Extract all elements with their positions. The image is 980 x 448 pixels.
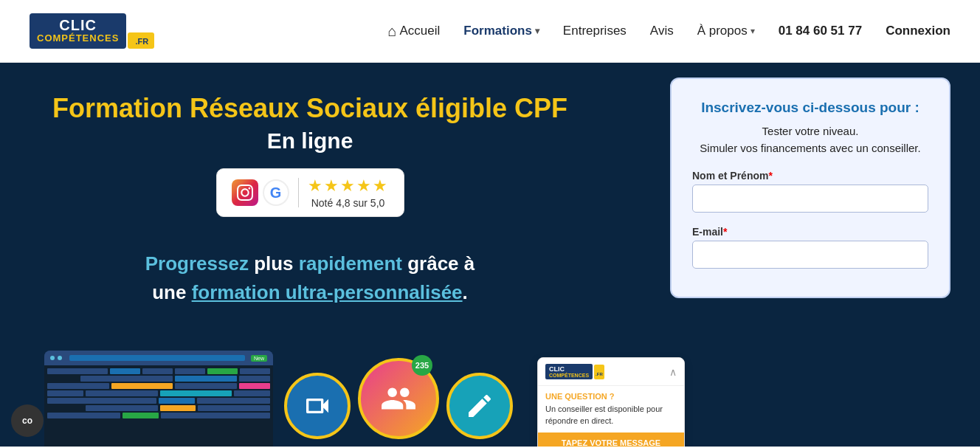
email-input[interactable] bbox=[692, 241, 928, 269]
mock-cell bbox=[80, 376, 173, 382]
mock-cell bbox=[47, 390, 83, 396]
nom-field-group: Nom et Prénom* bbox=[692, 170, 928, 223]
mock-row-3 bbox=[47, 383, 270, 389]
mock-dot-1 bbox=[50, 356, 55, 360]
mock-cell bbox=[160, 405, 196, 411]
hero-plus: plus bbox=[249, 252, 299, 275]
form-panel-desc: Tester votre niveau.Simuler vos financem… bbox=[692, 123, 928, 156]
nav-connexion[interactable]: Connexion bbox=[886, 24, 950, 38]
logo-wrapper: CLIC COMPÉTENCES .FR bbox=[30, 13, 154, 49]
chat-question: UNE QUESTION ? bbox=[545, 392, 677, 401]
hero-rapidement: rapidement bbox=[299, 252, 402, 275]
mock-row-4 bbox=[47, 390, 270, 396]
rating-icons: G bbox=[232, 179, 289, 206]
nav-entreprises[interactable]: Entreprises bbox=[563, 24, 627, 38]
hero-grace-a: grâce à bbox=[402, 252, 475, 275]
email-label: E-mail* bbox=[692, 226, 928, 238]
chat-input-bar[interactable]: TAPEZ VOTRE MESSAGE bbox=[538, 433, 684, 447]
logo-box: CLIC COMPÉTENCES bbox=[30, 13, 126, 49]
mock-cell bbox=[47, 413, 120, 418]
mock-cell bbox=[47, 383, 109, 389]
chat-header: CLIC COMPÉTENCES .FR ∧ bbox=[538, 358, 684, 386]
mock-cell bbox=[234, 390, 270, 396]
mock-cell bbox=[111, 383, 173, 389]
nav-a-propos[interactable]: À propos ▾ bbox=[697, 24, 755, 38]
chat-close-button[interactable]: ∧ bbox=[669, 366, 677, 378]
rating-stars: ★★★★★ bbox=[308, 176, 389, 196]
rating-badge: G ★★★★★ Noté 4,8 sur 5,0 bbox=[216, 168, 404, 217]
mock-cell bbox=[122, 413, 159, 418]
hero-section: Formation Réseaux Sociaux éligible CPF E… bbox=[0, 63, 980, 447]
logo-competences: COMPÉTENCES bbox=[37, 32, 119, 44]
hero-title-main: Formation Réseaux Sociaux éligible CPF bbox=[44, 92, 576, 124]
mock-url-bar bbox=[69, 355, 245, 361]
mock-row-2 bbox=[47, 376, 270, 382]
mock-cell bbox=[47, 368, 108, 374]
formations-chevron-icon: ▾ bbox=[535, 26, 539, 36]
registration-form-panel: Inscrivez-vous ci-dessous pour : Tester … bbox=[670, 77, 950, 298]
circle-icon-camera bbox=[284, 373, 351, 439]
nav-formations[interactable]: Formations ▾ bbox=[463, 24, 539, 38]
nav-a-propos-label: À propos bbox=[697, 24, 748, 38]
nom-required-marker: * bbox=[768, 170, 772, 182]
nav-formations-label: Formations bbox=[463, 24, 532, 38]
mock-cell bbox=[161, 413, 270, 418]
chat-logo-clic: CLIC bbox=[549, 365, 589, 373]
mock-cell bbox=[175, 383, 237, 389]
mock-cell bbox=[47, 376, 78, 382]
chat-logo-fr-box: .FR bbox=[594, 365, 604, 379]
main-nav: ⌂ Accueil Formations ▾ Entreprises Avis … bbox=[387, 23, 950, 40]
home-icon: ⌂ bbox=[387, 23, 396, 40]
badge-likes: 235 bbox=[412, 355, 432, 376]
mock-cell bbox=[239, 383, 270, 389]
mock-cell bbox=[142, 368, 173, 374]
hero-title-sub: En ligne bbox=[44, 128, 576, 154]
header: CLIC COMPÉTENCES .FR ⌂ Accueil Formation… bbox=[0, 0, 980, 63]
chat-body: UNE QUESTION ? Un conseiller est disponi… bbox=[538, 386, 684, 433]
mock-cell bbox=[160, 390, 232, 396]
mock-cell bbox=[110, 368, 140, 374]
mock-cell bbox=[86, 390, 158, 396]
form-panel-title: Inscrivez-vous ci-dessous pour : bbox=[692, 100, 928, 116]
instagram-icon bbox=[232, 179, 258, 206]
mock-cell bbox=[175, 368, 205, 374]
chat-logo-box: CLIC COMPÉTENCES bbox=[545, 364, 593, 379]
nom-input[interactable] bbox=[692, 185, 928, 213]
chat-logo-comp: COMPÉTENCES bbox=[549, 373, 589, 378]
mock-screen: New bbox=[44, 351, 273, 447]
mock-cell bbox=[240, 368, 270, 374]
rating-text: Noté 4,8 sur 5,0 bbox=[311, 197, 385, 209]
chat-answer: Un conseiller est disponible pour répond… bbox=[545, 404, 677, 427]
mock-cell bbox=[86, 405, 158, 411]
hero-period: . bbox=[463, 281, 468, 303]
mock-row-1 bbox=[47, 368, 270, 374]
form-desc-text: Tester votre niveau.Simuler vos financem… bbox=[700, 125, 920, 154]
mock-row-6 bbox=[47, 405, 270, 411]
chat-logo-fr: .FR bbox=[596, 372, 603, 376]
rating-right: ★★★★★ Noté 4,8 sur 5,0 bbox=[308, 176, 389, 209]
chat-logo: CLIC COMPÉTENCES .FR bbox=[545, 364, 604, 379]
mock-cell bbox=[47, 398, 156, 404]
a-propos-chevron-icon: ▾ bbox=[750, 26, 755, 36]
nav-entreprises-label: Entreprises bbox=[563, 24, 627, 38]
hero-formation-link[interactable]: formation ultra-personnalisée bbox=[192, 281, 463, 303]
mock-action-btn: New bbox=[251, 355, 267, 362]
nav-accueil-label: Accueil bbox=[399, 24, 440, 38]
hero-content: Formation Réseaux Sociaux éligible CPF E… bbox=[44, 92, 576, 447]
rating-divider bbox=[298, 178, 299, 207]
chat-widget: CLIC COMPÉTENCES .FR ∧ UNE QUESTION ? Un… bbox=[537, 357, 685, 447]
hero-progressez: Progressez bbox=[145, 252, 249, 275]
nav-phone: 01 84 60 51 77 bbox=[779, 24, 862, 38]
mock-cell bbox=[198, 405, 270, 411]
nav-avis-label: Avis bbox=[650, 24, 674, 38]
nav-home[interactable]: ⌂ Accueil bbox=[387, 23, 440, 40]
logo-clic: CLIC bbox=[59, 18, 97, 32]
nom-label: Nom et Prénom* bbox=[692, 170, 928, 182]
google-icon: G bbox=[263, 179, 289, 206]
email-required-marker: * bbox=[723, 226, 727, 238]
hero-text-block: Progressez plus rapidement grâce à une f… bbox=[44, 249, 576, 307]
mock-cell bbox=[47, 405, 83, 411]
email-field-group: E-mail* bbox=[692, 226, 928, 279]
co-icon[interactable]: co bbox=[11, 404, 44, 437]
nav-avis[interactable]: Avis bbox=[650, 24, 674, 38]
